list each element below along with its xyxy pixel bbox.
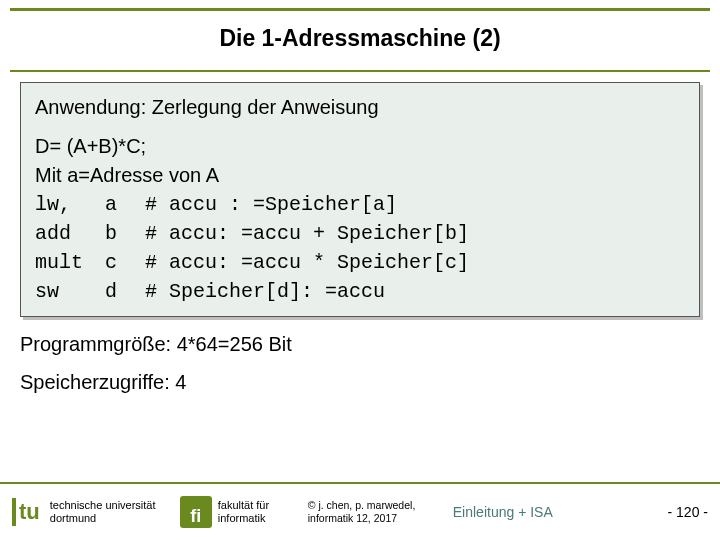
title-underline (10, 70, 710, 72)
address-note: Mit a=Adresse von A (35, 161, 685, 190)
university-name: technische universität dortmund (50, 499, 170, 524)
program-size: Programmgröße: 4*64=256 Bit (20, 325, 700, 363)
code-row: mult c # accu: =accu * Speicher[c] (35, 248, 475, 277)
opcode: lw, (35, 190, 105, 219)
footer: tu technische universität dortmund fi fa… (0, 482, 720, 540)
page-number: - 120 - (668, 504, 708, 520)
code-block: lw, a # accu : =Speicher[a] add b # accu… (35, 190, 685, 306)
operand: a (105, 190, 145, 219)
comment: # accu : =Speicher[a] (145, 190, 475, 219)
comment: # accu: =accu + Speicher[b] (145, 219, 475, 248)
code-row: sw d # Speicher[d]: =accu (35, 277, 475, 306)
operand: c (105, 248, 145, 277)
code-row: lw, a # accu : =Speicher[a] (35, 190, 475, 219)
code-row: add b # accu: =accu + Speicher[b] (35, 219, 475, 248)
application-heading: Anwendung: Zerlegung der Anweisung (35, 93, 685, 122)
memory-accesses: Speicherzugriffe: 4 (20, 363, 700, 401)
comment: # Speicher[d]: =accu (145, 277, 475, 306)
tu-logo-icon: tu (12, 498, 40, 526)
fi-logo-icon: fi fakultät für informatik (180, 496, 298, 528)
opcode: sw (35, 277, 105, 306)
credits: © j. chen, p. marwedel, informatik 12, 2… (308, 499, 443, 525)
slide-title: Die 1-Adressmaschine (2) (0, 11, 720, 70)
comment: # accu: =accu * Speicher[c] (145, 248, 475, 277)
operand: b (105, 219, 145, 248)
opcode: add (35, 219, 105, 248)
expression: D= (A+B)*C; (35, 132, 685, 161)
content-box: Anwendung: Zerlegung der Anweisung D= (A… (20, 82, 700, 317)
stats-block: Programmgröße: 4*64=256 Bit Speicherzugr… (20, 325, 700, 401)
faculty-name: fakultät für informatik (218, 499, 298, 524)
operand: d (105, 277, 145, 306)
lecture-title: Einleitung + ISA (453, 504, 658, 520)
opcode: mult (35, 248, 105, 277)
